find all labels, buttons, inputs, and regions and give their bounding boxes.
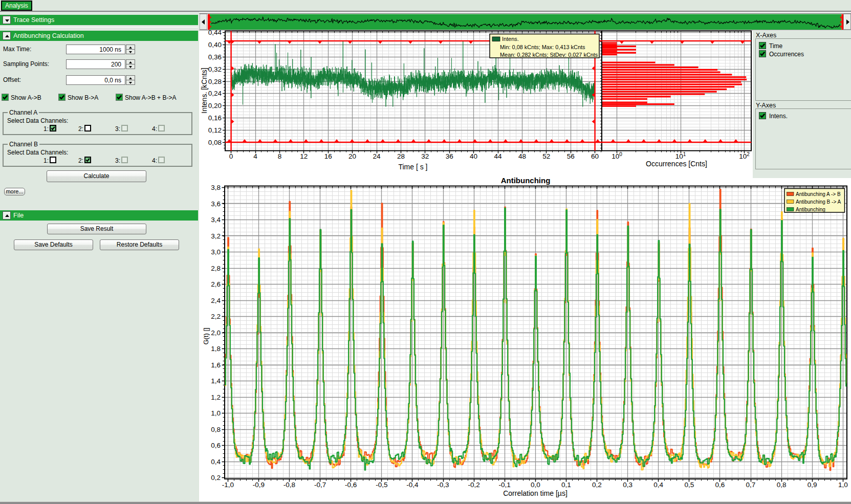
histogram-bar: [602, 96, 671, 97]
triangle-left-icon: [202, 19, 205, 25]
channel-a-1-checkbox[interactable]: [50, 125, 56, 132]
range-handle[interactable]: [208, 14, 210, 30]
x-tick-label: -0,9: [253, 481, 265, 489]
legend-label: Antibunching A -> B: [796, 191, 841, 197]
section-title: Trace Settings: [13, 16, 54, 24]
scroll-left-button[interactable]: [200, 14, 207, 30]
x-axis-occurrences-label: Occurrences: [769, 51, 804, 58]
occurrences-axis-label: Occurrences [Cnts]: [646, 160, 707, 168]
y-tick-label: 1,6: [211, 361, 221, 369]
divider-line: [0, 27, 198, 28]
x-tick-label: 0,3: [623, 481, 632, 489]
histogram-bar: [602, 91, 717, 93]
histogram-bar: [602, 89, 727, 90]
collapse-button-trace-settings[interactable]: [3, 16, 11, 24]
channel-1-label: 1:: [43, 157, 49, 164]
occurrence-histogram-plot[interactable]: 100101102Occurrences [Cnts]: [600, 31, 751, 168]
x-axis-time-checkbox[interactable]: [759, 42, 766, 49]
histogram-bar: [602, 86, 734, 87]
legend-label: Antibunching: [796, 207, 825, 212]
legend-label: Antibunching B -> A: [796, 199, 841, 205]
sampling-points-stepper[interactable]: [126, 59, 135, 69]
spin-down-button[interactable]: [126, 49, 135, 54]
collapse-button-antibunching-calculation[interactable]: [3, 32, 11, 40]
x-axis-occurrences-checkbox[interactable]: [759, 50, 766, 57]
max-time-stepper[interactable]: [126, 45, 135, 54]
x-tick-label: -0,6: [345, 481, 357, 489]
x-tick-label: -0,5: [376, 481, 387, 489]
offset-stepper[interactable]: [126, 75, 135, 85]
y-axis-intens-checkbox[interactable]: [759, 112, 766, 119]
triangle-right-icon: [846, 19, 849, 25]
y-tick-label: 3,0: [211, 248, 221, 256]
x-tick-label: 60: [591, 152, 599, 160]
y-tick-label: 3,2: [211, 232, 221, 240]
channel-b-4-checkbox[interactable]: [158, 157, 165, 163]
channel-2-label: 2:: [78, 157, 83, 164]
channel-b-title: Channel B: [8, 141, 39, 148]
sampling-points-field[interactable]: 200: [66, 59, 125, 69]
restore-defaults-button[interactable]: Restore Defaults: [100, 239, 179, 250]
save-defaults-button[interactable]: Save Defaults: [14, 239, 93, 250]
channel-b-3-checkbox[interactable]: [121, 157, 128, 163]
spin-down-button[interactable]: [126, 80, 135, 85]
tab-analysis[interactable]: Analysis: [1, 1, 32, 11]
x-tick-label: 101: [675, 151, 686, 160]
section-header-trace-settings[interactable]: Trace Settings: [0, 15, 198, 25]
histogram-bar: [602, 81, 741, 83]
y-tick-label: 0,4: [211, 458, 221, 466]
x-tick-label: 32: [421, 152, 429, 160]
channel-4-label: 4:: [152, 157, 157, 164]
section-header-antibunching-calculation[interactable]: Antibunching Calculation: [0, 31, 198, 41]
save-result-button[interactable]: Save Result: [47, 224, 146, 234]
histogram-bar: [602, 51, 617, 52]
y-tick-label: 0,8: [211, 426, 221, 433]
collapse-button-file[interactable]: [3, 211, 11, 220]
correlation-time-axis-label: Correlation time [µs]: [503, 489, 568, 497]
histogram-bar: [602, 52, 636, 54]
status-bar: [0, 501, 851, 504]
scroll-right-button[interactable]: [843, 14, 851, 30]
show-a-to-b-label: Show A->B: [11, 94, 41, 101]
channel-a-2-checkbox[interactable]: [84, 125, 91, 132]
calculate-button[interactable]: Calculate: [47, 170, 146, 182]
overview-strip[interactable]: [199, 13, 851, 30]
channel-a-4-checkbox[interactable]: [158, 125, 165, 132]
histogram-bar: [602, 67, 699, 68]
antibunching-plot[interactable]: -1,0-0,9-0,8-0,7-0,6-0,5-0,4-0,3-0,2-0,1…: [202, 176, 848, 497]
histogram-bar: [602, 49, 636, 51]
triangle-down-icon: [129, 66, 132, 68]
y-tick-label: 2,6: [211, 280, 221, 288]
show-b-to-a-checkbox[interactable]: [58, 94, 66, 101]
offset-field[interactable]: 0,0 ns: [66, 75, 125, 85]
sampling-points-label: Sampling Points:: [3, 59, 49, 69]
channel-a-group: Channel A Select Data Channels: 1: 2: 3:…: [3, 112, 192, 135]
triangle-up-icon: [5, 214, 9, 217]
intens-axis-label: Intens. [kCnts]: [200, 68, 208, 113]
spin-down-button[interactable]: [126, 64, 135, 69]
checkmark-icon: [59, 94, 65, 100]
show-both-checkbox[interactable]: [116, 94, 123, 101]
y-tick-label: 0,12: [208, 126, 222, 134]
histogram-bar: [602, 54, 617, 55]
max-time-field[interactable]: 1000 ns: [66, 45, 125, 54]
x-tick-label: -0,4: [406, 481, 419, 489]
triangle-up-icon: [129, 61, 132, 63]
x-tick-label: 102: [739, 151, 750, 160]
y-tick-label: 0,40: [208, 41, 222, 49]
channel-b-2-checkbox[interactable]: [84, 157, 91, 163]
show-a-to-b-checkbox[interactable]: [2, 94, 9, 101]
y-tick-label: 0,08: [208, 139, 222, 146]
max-time-label: Max Time:: [3, 45, 31, 54]
x-tick-label: 0,1: [561, 481, 571, 489]
section-header-file[interactable]: File: [0, 210, 198, 221]
intensity-tooltip: Intens.Min: 0,08 kCnts; Max: 0,413 kCnts…: [490, 34, 599, 58]
checkmark-icon: [759, 42, 766, 49]
more-button[interactable]: more...: [4, 188, 25, 195]
histogram-bar: [602, 42, 617, 43]
show-b-to-a-label: Show B->A: [68, 94, 98, 101]
channel-a-3-checkbox[interactable]: [121, 125, 128, 132]
channel-b-1-checkbox[interactable]: [50, 157, 56, 163]
section-title: Antibunching Calculation: [13, 32, 84, 39]
y-axis-intens-label: Intens.: [769, 113, 788, 120]
